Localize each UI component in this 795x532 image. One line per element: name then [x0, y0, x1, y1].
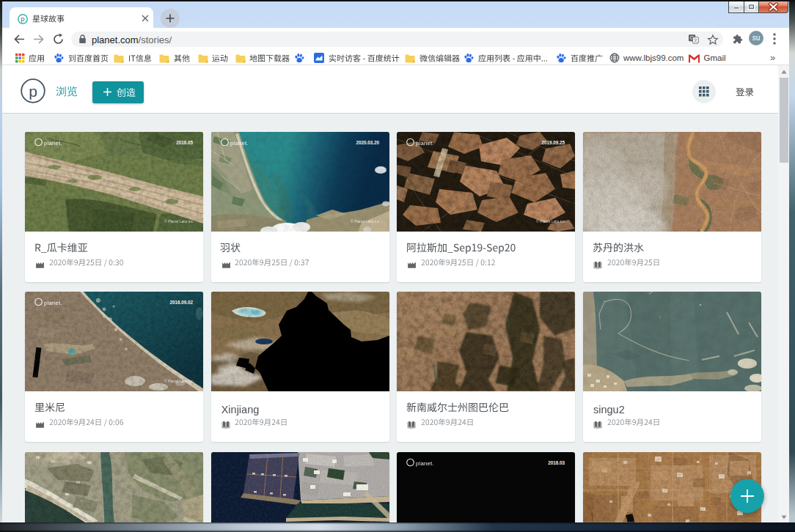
- svg-text:© Planet Labs Inc.: © Planet Labs Inc.: [164, 219, 194, 223]
- svg-text:planet.: planet.: [44, 140, 62, 147]
- svg-text:planet.: planet.: [44, 300, 62, 306]
- svg-text:planet.: planet.: [416, 459, 434, 466]
- svg-text:2019.09.25: 2019.09.25: [542, 140, 565, 145]
- svg-text:planet.: planet.: [230, 140, 249, 147]
- svg-text:p: p: [29, 83, 37, 100]
- svg-text:© Planet Labs Inc.: © Planet Labs Inc.: [164, 379, 194, 383]
- svg-text:p: p: [21, 15, 24, 23]
- svg-text:文: 文: [693, 37, 697, 43]
- svg-text:2016.05: 2016.05: [176, 140, 193, 145]
- svg-text:planet.: planet.: [416, 140, 434, 147]
- svg-text:2016.03: 2016.03: [549, 459, 565, 465]
- svg-text:© Planet Labs Inc.: © Planet Labs Inc.: [536, 219, 566, 223]
- svg-text:2016.09.02: 2016.09.02: [169, 300, 193, 305]
- svg-text:© Planet Labs Inc.: © Planet Labs Inc.: [351, 219, 381, 223]
- svg-text:2020.03.20: 2020.03.20: [356, 140, 379, 145]
